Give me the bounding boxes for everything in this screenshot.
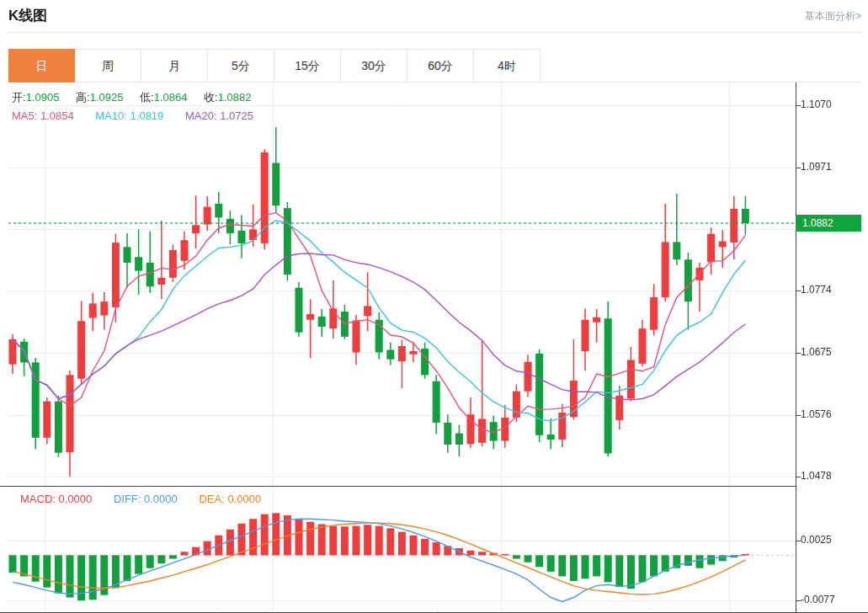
tab-60分[interactable]: 60分 <box>407 49 474 83</box>
macd-readout: MACD: 0.0000 DIFF: 0.0000 DEA: 0.0000 <box>20 493 280 505</box>
price-axis-label: 1.0971 <box>801 161 832 173</box>
open-value: 1.0905 <box>26 91 60 104</box>
ma10-label: MA10: <box>95 109 127 122</box>
current-price-value: 1.0882 <box>802 217 833 229</box>
ma5-label: MA5: <box>12 109 37 122</box>
dea-label: DEA: <box>199 493 224 505</box>
tab-30分[interactable]: 30分 <box>341 49 407 83</box>
macd-axis-label: 0.0025 <box>801 534 832 546</box>
ma5-value: 1.0854 <box>40 109 74 122</box>
price-axis-label: 1.0576 <box>801 408 832 420</box>
low-value: 1.0864 <box>154 91 188 104</box>
tab-15分[interactable]: 15分 <box>274 49 341 83</box>
diff-value: 0.0000 <box>144 493 178 505</box>
page-header: K线图 基本面分析> <box>8 5 861 29</box>
dea-value: 0.0000 <box>227 493 261 505</box>
period-tabs: 日周月5分15分30分60分4时 <box>8 49 861 83</box>
macd-label: MACD: <box>20 493 56 505</box>
close-value: 1.0882 <box>218 91 252 104</box>
kline-page: K线图 基本面分析> 日周月5分15分30分60分4时 开:1.0905 高:1… <box>0 0 868 613</box>
low-label: 低: <box>140 91 154 104</box>
high-label: 高: <box>76 91 90 104</box>
macd-axis-label: -0.0077 <box>801 594 835 605</box>
ma20-value: 1.0725 <box>220 109 253 122</box>
high-value: 1.0925 <box>90 91 124 104</box>
close-label: 收: <box>204 91 218 104</box>
price-axis-label: 1.0478 <box>801 470 832 482</box>
current-price-badge: 1.0882 <box>796 215 861 232</box>
open-label: 开: <box>12 91 26 104</box>
ma10-value: 1.0819 <box>130 109 164 122</box>
ma-readout: MA5: 1.0854 MA10: 1.0819 MA20: 1.0725 <box>12 109 272 122</box>
macd-value: 0.0000 <box>59 493 93 505</box>
price-axis-label: 1.1070 <box>801 99 832 110</box>
fundamental-analysis-link[interactable]: 基本面分析> <box>805 9 861 24</box>
header-divider <box>7 32 861 33</box>
price-axis-label: 1.0675 <box>801 346 832 358</box>
tab-月[interactable]: 月 <box>141 49 208 83</box>
diff-label: DIFF: <box>114 493 141 505</box>
page-title: K线图 <box>8 5 861 27</box>
price-axis-label: 1.0774 <box>801 284 832 296</box>
ohlc-readout: 开:1.0905 高:1.0925 低:1.0864 收:1.0882 <box>12 90 264 105</box>
tab-4时[interactable]: 4时 <box>474 49 541 83</box>
ma20-label: MA20: <box>185 109 217 122</box>
tab-5分[interactable]: 5分 <box>208 49 274 83</box>
tab-日[interactable]: 日 <box>8 49 75 83</box>
tab-周[interactable]: 周 <box>75 49 141 83</box>
